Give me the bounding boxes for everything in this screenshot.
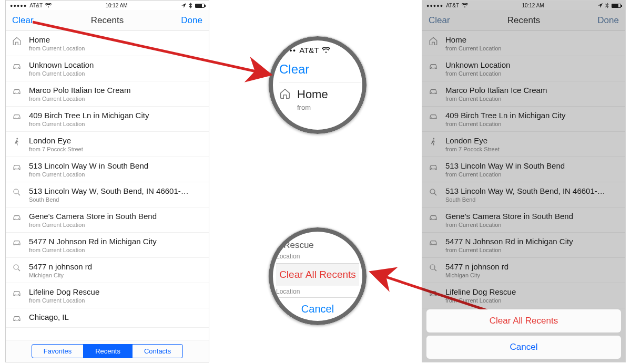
list-item[interactable]: London Eyefrom 7 Pocock Street	[6, 132, 209, 157]
list-item[interactable]: 5477 N Johnson Rd in Michigan Cityfrom C…	[6, 233, 209, 258]
phone-right: ●●●●● AT&T 10:12 AM Clear Recents Done	[422, 0, 626, 362]
bluetooth-icon	[605, 3, 609, 8]
list-item: Gene's Camera Store in South Bendfrom Cu…	[422, 207, 625, 233]
action-sheet: Clear All Recents Cancel	[426, 306, 621, 359]
car-icon	[428, 212, 439, 222]
list-item[interactable]: 513 Lincoln Way W, South Bend, IN 46601-…	[6, 182, 209, 207]
row-sub: Michigan City	[445, 272, 620, 278]
list-item[interactable]: Lifeline Dog Rescuefrom Current Location	[6, 283, 209, 308]
row-title: 5477 n johnson rd	[29, 262, 203, 271]
sheet-clear-all-button[interactable]: Clear All Recents	[426, 309, 621, 332]
magnifier-clear-button: ●●●●● AT&T Clear Home from	[268, 36, 367, 134]
row-title: 513 Lincoln Way W, South Bend, IN 46601-…	[445, 186, 620, 195]
row-title: 5477 N Johnson Rd in Michigan City	[29, 237, 203, 246]
list-item[interactable]: Unknown Locationfrom Current Location	[6, 56, 209, 81]
list-item[interactable]: 409 Birch Tree Ln in Michigan Cityfrom C…	[6, 107, 209, 132]
segmented-control[interactable]: Favorites Recents Contacts	[32, 344, 183, 358]
list-item[interactable]: 5477 n johnson rdMichigan City	[6, 258, 209, 283]
car-icon	[11, 313, 23, 323]
home-icon	[279, 88, 291, 99]
recents-list-left[interactable]: Homefrom Current LocationUnknown Locatio…	[6, 31, 209, 340]
row-sub: from Current Location	[445, 222, 620, 228]
list-item: London Eyefrom 7 Pocock Street	[422, 132, 625, 157]
car-icon	[11, 287, 23, 298]
seg-contacts[interactable]: Contacts	[132, 345, 182, 358]
row-sub: South Bend	[445, 196, 620, 203]
car-icon	[11, 111, 23, 121]
walk-icon	[11, 136, 23, 147]
row-title: Home	[297, 88, 328, 101]
home-icon	[428, 35, 439, 46]
row-title: Lifeline Dog Rescue	[445, 287, 620, 296]
row-sub: from	[297, 103, 328, 111]
row-title: 409 Birch Tree Ln in Michigan City	[29, 111, 203, 120]
list-item: 5477 n johnson rdMichigan City	[422, 258, 625, 283]
list-item[interactable]: Chicago, IL	[6, 308, 209, 328]
row-sub: from Current Location	[445, 121, 620, 127]
row-sub: from Current Location	[445, 70, 620, 77]
row-sub: from Current Location	[445, 297, 620, 304]
home-icon	[11, 35, 23, 46]
tutorial-composite: ●●●●● AT&T 10:12 AM Clear Recents Done	[0, 0, 631, 364]
row-title: Chicago, IL	[29, 313, 203, 321]
seg-favorites[interactable]: Favorites	[32, 345, 83, 358]
row-title-frag: g Rescue	[276, 240, 359, 253]
clear-button[interactable]: Clear	[429, 15, 450, 26]
search-icon	[11, 262, 23, 273]
bluetooth-icon	[189, 3, 192, 8]
seg-recents[interactable]: Recents	[83, 345, 132, 358]
row-title: 5477 N Johnson Rd in Michigan City	[445, 237, 620, 246]
signal-dots-icon: ●●●●●	[10, 3, 27, 8]
clear-button-zoom: Clear	[279, 59, 361, 82]
status-bar: ●●●●● AT&T 10:12 AM	[6, 1, 209, 10]
list-item: Unknown Locationfrom Current Location	[422, 56, 625, 81]
list-item[interactable]: Marco Polo Italian Ice Creamfrom Current…	[6, 81, 209, 107]
list-item[interactable]: Gene's Camera Store in South Bendfrom Cu…	[6, 207, 209, 233]
car-icon	[11, 237, 23, 247]
nav-title: Recents	[91, 15, 124, 26]
list-item: Marco Polo Italian Ice Creamfrom Current…	[422, 81, 625, 107]
row-sub: from Current Location	[29, 121, 203, 127]
row-sub: from Current Location	[29, 171, 203, 178]
list-item: Lifeline Dog Rescuefrom Current Location	[422, 283, 625, 308]
car-icon	[428, 111, 439, 121]
signal-dots-icon: ●●●●●	[279, 48, 296, 53]
row-sub: from Current Location	[29, 247, 203, 253]
list-item[interactable]: Homefrom Current Location	[6, 31, 209, 56]
row-sub: from Current Location	[445, 171, 620, 178]
done-button[interactable]: Done	[597, 15, 619, 26]
clock-label: 10:12 AM	[522, 3, 544, 8]
search-icon	[428, 186, 439, 197]
car-icon	[428, 60, 439, 71]
row-title: 513 Lincoln Way W in South Bend	[445, 161, 620, 170]
list-item[interactable]: 513 Lincoln Way W in South Bendfrom Curr…	[6, 157, 209, 182]
battery-icon	[195, 4, 205, 8]
nav-bar: Clear Recents Done	[6, 10, 209, 31]
row-title: Unknown Location	[445, 60, 620, 69]
car-icon	[11, 86, 23, 96]
car-icon	[11, 60, 23, 71]
row-title: Home	[445, 35, 620, 44]
carrier-label: AT&T	[446, 3, 459, 8]
row-sub: Michigan City	[29, 272, 203, 278]
sheet-cancel-button[interactable]: Cancel	[426, 336, 621, 359]
row-title: Home	[29, 35, 203, 44]
sheet-cancel-zoom: Cancel	[276, 297, 359, 320]
car-icon	[428, 161, 439, 172]
car-icon	[428, 86, 439, 96]
phone-left: ●●●●● AT&T 10:12 AM Clear Recents Done	[5, 0, 209, 362]
done-button[interactable]: Done	[181, 15, 202, 26]
row-title: Gene's Camera Store in South Bend	[445, 212, 620, 221]
location-services-icon	[181, 3, 186, 8]
row-sub: from 7 Pocock Street	[445, 146, 620, 152]
list-item: 513 Lincoln Way W in South Bendfrom Curr…	[422, 157, 625, 182]
clear-button[interactable]: Clear	[12, 15, 34, 26]
car-icon	[428, 287, 439, 298]
search-icon	[428, 262, 439, 273]
nav-bar: Clear Recents Done	[422, 10, 625, 31]
list-item: 513 Lincoln Way W, South Bend, IN 46601-…	[422, 182, 625, 207]
row-title: 513 Lincoln Way W in South Bend	[29, 161, 203, 170]
row-sub: from Current Location	[29, 45, 203, 51]
row-sub: from Current Location	[29, 96, 203, 102]
signal-dots-icon: ●●●●●	[426, 3, 443, 8]
